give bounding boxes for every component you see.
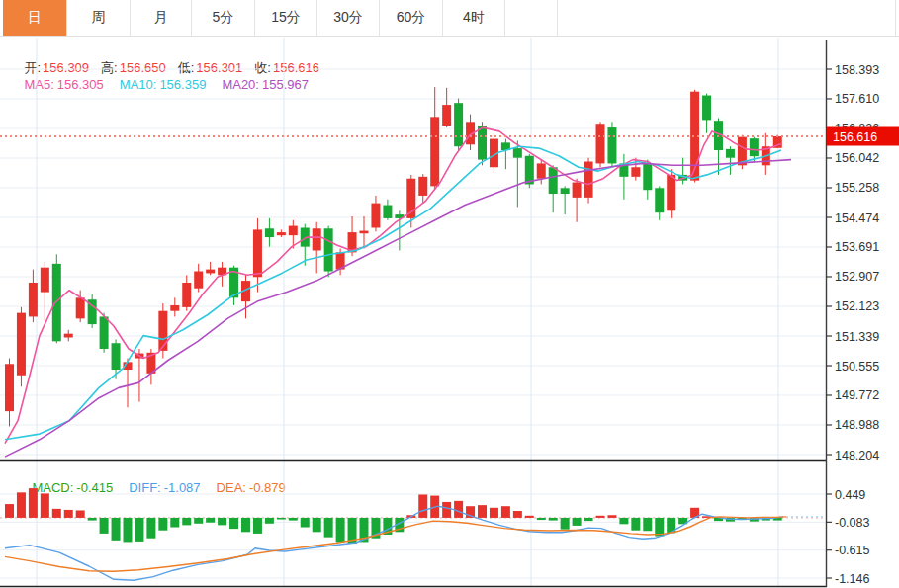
candle-body bbox=[750, 138, 759, 156]
macd-bar bbox=[277, 518, 286, 520]
ma5-line bbox=[5, 127, 781, 444]
macd-bar bbox=[41, 493, 49, 518]
macd-bar bbox=[76, 510, 85, 517]
candle-body bbox=[64, 334, 73, 338]
macd-axis-label: -0.615 bbox=[835, 544, 869, 557]
candle-body bbox=[324, 228, 333, 271]
macd-bar bbox=[442, 502, 451, 518]
macd-bar bbox=[29, 488, 38, 518]
price-axis-label: 153.691 bbox=[835, 240, 879, 254]
macd-bar bbox=[573, 518, 582, 526]
chart-plot-area[interactable]: 158.393157.610156.826156.042155.258154.4… bbox=[0, 0, 899, 588]
macd-bar bbox=[619, 518, 628, 524]
macd-axis-label: -1.146 bbox=[835, 572, 869, 586]
candle-body bbox=[430, 117, 439, 186]
macd-bar bbox=[206, 518, 215, 523]
kline-chart-app: 日周月5分15分30分60分4时 开:156.309高:156.650低:156… bbox=[0, 0, 899, 588]
candle-body bbox=[194, 272, 203, 289]
macd-bar bbox=[525, 516, 534, 518]
macd-bar bbox=[478, 505, 487, 518]
macd-bar bbox=[265, 518, 274, 524]
price-axis-label: 156.042 bbox=[835, 151, 879, 165]
candle-body bbox=[29, 283, 38, 316]
macd-bar bbox=[218, 518, 226, 525]
candle-body bbox=[561, 188, 570, 194]
price-axis-label: 151.339 bbox=[835, 330, 879, 344]
macd-bar bbox=[182, 518, 191, 525]
macd-bar bbox=[5, 504, 14, 518]
candle-body bbox=[726, 149, 735, 158]
macd-bar bbox=[454, 501, 463, 518]
candle-body bbox=[513, 148, 522, 158]
macd-bar bbox=[170, 518, 179, 528]
candle-body bbox=[277, 232, 286, 235]
candle-body bbox=[360, 231, 369, 234]
macd-axis-label: -0.083 bbox=[835, 516, 869, 530]
candle-body bbox=[170, 305, 179, 311]
candle-body bbox=[584, 162, 593, 198]
macd-bar bbox=[513, 511, 522, 518]
macd-bar bbox=[52, 509, 61, 518]
price-axis-label: 152.907 bbox=[835, 270, 879, 284]
macd-bar bbox=[584, 518, 593, 521]
macd-bar bbox=[64, 510, 73, 518]
candle-body bbox=[655, 188, 664, 212]
candle-body bbox=[667, 175, 675, 210]
candle-body bbox=[41, 268, 49, 293]
macd-bar bbox=[194, 518, 203, 524]
candle-body bbox=[442, 105, 451, 126]
candle-body bbox=[418, 177, 427, 196]
macd-bar bbox=[490, 508, 498, 518]
macd-bar bbox=[88, 518, 97, 521]
macd-bar bbox=[17, 492, 26, 518]
candle-body bbox=[371, 204, 380, 228]
macd-bar bbox=[537, 518, 546, 520]
price-axis-label: 148.988 bbox=[835, 418, 879, 432]
macd-bar bbox=[100, 518, 109, 534]
macd-bar bbox=[631, 518, 640, 531]
candle-body bbox=[112, 343, 121, 370]
candle-body bbox=[100, 316, 109, 349]
candle-body bbox=[643, 163, 652, 190]
macd-bar bbox=[324, 518, 333, 538]
price-axis-label: 158.393 bbox=[835, 63, 879, 77]
candle-body bbox=[253, 229, 262, 277]
macd-bar bbox=[607, 515, 616, 518]
macd-bar bbox=[146, 518, 155, 539]
candle-body bbox=[158, 311, 167, 351]
macd-bar bbox=[229, 518, 238, 529]
macd-bar bbox=[561, 518, 570, 530]
candle-body bbox=[383, 206, 392, 218]
candle-body bbox=[265, 228, 274, 237]
candle-body bbox=[596, 124, 605, 163]
macd-axis-label: 0.449 bbox=[835, 488, 865, 502]
candle-body bbox=[454, 103, 463, 146]
candle-body bbox=[313, 228, 321, 250]
macd-bar bbox=[124, 518, 133, 543]
candle-body bbox=[537, 163, 546, 178]
candle-body bbox=[478, 126, 487, 159]
macd-bar bbox=[253, 518, 262, 534]
macd-bar bbox=[418, 494, 427, 517]
macd-bar bbox=[241, 518, 250, 532]
candle-body bbox=[573, 183, 582, 198]
macd-bar bbox=[135, 518, 143, 542]
macd-bar bbox=[501, 506, 510, 518]
candle-body bbox=[607, 127, 616, 163]
candle-body bbox=[631, 167, 640, 177]
macd-bar bbox=[301, 518, 310, 528]
price-axis-label: 150.555 bbox=[835, 360, 879, 374]
macd-bar bbox=[596, 516, 605, 518]
macd-bar bbox=[549, 518, 558, 521]
macd-bar bbox=[643, 518, 652, 531]
macd-bar bbox=[336, 518, 345, 543]
candle-body bbox=[702, 96, 711, 121]
candle-body bbox=[206, 270, 215, 274]
price-axis-label: 157.610 bbox=[835, 92, 879, 106]
candle-body bbox=[549, 167, 558, 194]
macd-bar bbox=[289, 518, 298, 521]
diff-line bbox=[5, 506, 783, 580]
candle-body bbox=[52, 264, 61, 341]
candle-body bbox=[182, 283, 191, 307]
candle-body bbox=[289, 226, 298, 236]
